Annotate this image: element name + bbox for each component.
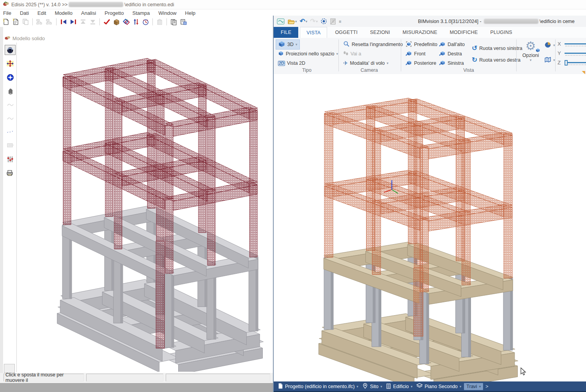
model-window-titlebar[interactable]: Modello solido [5,35,45,42]
deform-curve-icon[interactable] [5,99,16,110]
tab-file[interactable]: FILE [274,27,298,38]
group-label-camera: Camera [352,67,387,73]
parameters-icon[interactable] [131,18,140,26]
window-select-icon[interactable] [5,140,16,151]
move-model-icon[interactable] [5,59,16,69]
rotate-right-icon: ↻ [472,57,477,63]
rotate-model-icon[interactable] [5,45,16,55]
crumb-beams[interactable]: Travi▾ [464,383,483,390]
menu-item-edit[interactable]: Edit [37,10,46,16]
tab-modifiche[interactable]: MODIFICHE [443,27,484,38]
crumb-project[interactable]: Progetto (edificio in cemento.ifc)▾ [277,382,359,391]
crumb-site[interactable]: Sito▾ [361,382,383,391]
deform-curve-2-icon[interactable] [5,113,16,123]
crumb-building[interactable]: Edificio▾ [385,382,414,391]
first-record-icon[interactable] [59,18,68,26]
pan-hand-icon[interactable] [5,86,16,96]
structure-tree-2-icon[interactable] [45,18,54,26]
cube-brackets-icon [405,41,412,48]
paste-report-icon[interactable] [179,18,188,26]
customize-qat-icon[interactable]: ≡ [338,18,342,25]
magnifier-icon [343,41,350,48]
model-tool-strip [4,43,17,372]
menu-item-help[interactable]: Help [185,10,196,16]
bimvision-logo-icon[interactable] [276,18,285,25]
space-projections-button[interactable]: Proiezioni nello spazio ▾ [276,49,340,59]
slider-x[interactable]: X [558,41,586,47]
open-file-icon[interactable] [11,18,20,26]
up-level-icon[interactable] [78,18,87,26]
tab-vista[interactable]: VISTA [300,27,327,38]
slider-z[interactable]: Z [558,60,586,66]
new-file-icon[interactable] [2,18,11,26]
reset-zoom-button[interactable]: Resetta l'ingrandimento [341,39,405,50]
open-file-icon[interactable]: ▾ [287,18,298,25]
view-top-button[interactable]: Dall'alto [437,39,467,50]
menu-item-dati[interactable]: Dati [20,10,29,16]
chevron-down-icon[interactable]: ▾ [336,52,338,56]
status-message: Click e sposta il mouse per muovere il [4,374,84,381]
view-2d-button[interactable]: 2D Vista 2D [276,58,308,68]
down-level-icon[interactable] [88,18,97,26]
cube-small-icon [278,51,284,57]
view-3d-button[interactable]: 3D ▾ [276,39,300,50]
compass-view-icon[interactable] [5,72,16,82]
chevron-down-icon[interactable]: ▾ [296,43,297,46]
print-view-icon[interactable] [5,168,16,178]
structure-tree-icon[interactable] [35,18,44,26]
redo-icon[interactable]: ↷▾ [309,18,319,25]
tab-sezioni[interactable]: SEZIONI [364,27,396,38]
crumb-storey-icon [416,383,423,390]
filter-sliders-icon[interactable] [5,154,16,164]
chevron-down-icon[interactable]: ▾ [519,58,543,62]
crumb-project-icon [278,383,283,390]
mesh-knot-icon[interactable] [122,18,131,26]
menu-item-stampa[interactable]: Stampa [132,10,150,16]
bim-viewport[interactable] [274,74,586,381]
bimvision-titlebar[interactable]: ▾↶▾↷▾≡ BIMvision 3.1.0[31/12/2024] - \ed… [274,16,586,27]
ifc-model-canvas[interactable] [274,74,586,381]
orbit-target-icon[interactable] [320,18,328,25]
building-3d-icon[interactable] [112,18,121,26]
menu-item-analisi[interactable]: Analisi [81,10,96,16]
options-button[interactable]: ⚙ Opzioni ▾ [519,40,543,62]
menu-item-file[interactable]: File [3,10,11,16]
slider-z-handle[interactable] [565,60,568,66]
view-left-button[interactable]: Sinistra [437,58,466,68]
copy-report-icon[interactable] [169,18,178,26]
menu-item-progetto[interactable]: Progetto [104,10,124,16]
measure-table-icon[interactable] [329,18,337,25]
crumb-expand-chevron[interactable]: > [485,384,488,389]
mouse-cursor [520,367,528,378]
toolbar-separator [56,18,57,25]
flight-mode-button[interactable]: ✈ Modalita' di volo ▾ [341,58,391,68]
verify-check-icon[interactable] [102,18,111,26]
menu-item-window[interactable]: Window [158,10,176,16]
tab-plugins[interactable]: PLUGINS [484,27,518,38]
undo-icon[interactable]: ↶▾ [299,18,308,25]
crumb-storey[interactable]: Piano Secondo▾ [415,382,462,390]
view-back-button[interactable]: Posteriore [403,58,439,68]
chevron-down-icon[interactable]: ▾ [553,43,555,47]
last-record-icon[interactable] [69,18,78,26]
redacted-path [69,2,123,7]
view-right-button[interactable]: Destra [437,49,464,59]
save-icon[interactable] [21,18,30,26]
status-panel-2 [86,374,163,381]
tab-misurazione[interactable]: MISURAZIONE [396,27,443,38]
sphere-icon [544,41,551,50]
menu-item-modello[interactable]: Modello [55,10,73,16]
view-default-button[interactable]: Predefinito [403,39,440,50]
chevron-down-icon[interactable]: ▾ [553,58,555,62]
building-gray-icon[interactable] [155,18,164,26]
solid-model-canvas[interactable] [17,43,272,372]
edisis-titlebar[interactable]: Edisis 2025 (**) v. 14.0 >> \edificio in… [0,0,586,9]
slider-y[interactable]: Y [558,50,586,56]
tab-oggetti[interactable]: OGGETTI [329,27,364,38]
chevron-down-icon[interactable]: ▾ [387,61,389,65]
dashed-mode-icon[interactable] [5,127,16,137]
rotate-right-button[interactable]: ↻ Ruota verso destra [469,55,523,65]
view-front-button[interactable]: Front [403,49,428,59]
go-to-button[interactable]: Vai a [341,49,364,59]
analysis-time-icon[interactable] [141,18,150,26]
